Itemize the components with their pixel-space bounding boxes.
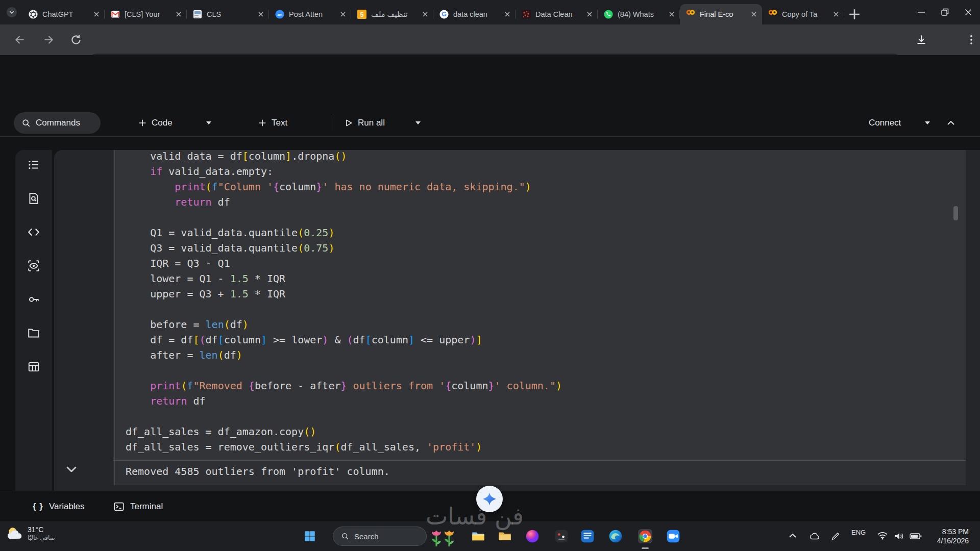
reload-icon[interactable] (69, 33, 83, 46)
wifi-icon[interactable] (877, 532, 888, 541)
file-explorer-taskbar-icon[interactable] (471, 529, 485, 543)
variable-inspector-icon[interactable] (27, 259, 40, 272)
cell-output: Removed 4585 outliers from 'profit' colu… (113, 461, 966, 485)
tab-colab-copy[interactable]: Copy of Ta (762, 4, 844, 24)
code-line: df = df[(df[column] >= lower) & (df[colu… (126, 332, 562, 347)
date: 4/16/2026 (924, 536, 969, 545)
tab-data-clean[interactable]: Data Clean (516, 4, 598, 24)
close-tab-icon[interactable] (175, 10, 183, 18)
tulip-flower-taskbar-icon[interactable] (429, 529, 444, 543)
close-tab-icon[interactable] (92, 10, 101, 18)
svg-text:5: 5 (360, 11, 364, 18)
search-placeholder: Search (354, 532, 379, 541)
run-all-label: Run all (358, 118, 385, 128)
browser-tab-bar: ChatGPT[CLS] YourCLSzmPost Atten5تنظيف م… (0, 0, 980, 24)
recorder-app-taskbar-icon[interactable] (554, 529, 569, 543)
tab-label: data clean (453, 10, 501, 18)
data-table-icon[interactable] (27, 360, 40, 373)
variables-button[interactable]: { } Variables (33, 491, 85, 522)
taskbar-search[interactable]: Search (333, 527, 427, 546)
connect-dropdown[interactable] (925, 109, 930, 137)
close-window-button[interactable] (957, 0, 980, 24)
back-icon[interactable] (13, 33, 27, 46)
files-icon[interactable] (27, 327, 40, 340)
code-line (126, 302, 562, 317)
close-tab-icon[interactable] (339, 10, 347, 18)
tab-label: Post Atten (289, 10, 337, 18)
volume-icon[interactable] (893, 532, 904, 541)
plus-icon (258, 118, 267, 128)
start-button[interactable] (303, 530, 316, 543)
mail-app-taskbar-icon[interactable] (580, 529, 595, 543)
notebook-scrollbar[interactable] (953, 206, 958, 220)
collapse-toolbar-button[interactable] (947, 109, 954, 137)
connect-label: Connect (869, 118, 901, 128)
weather-widget[interactable]: 31°C صافي غالبًا (5, 524, 55, 543)
gemini-spark-button[interactable] (476, 486, 503, 512)
add-code-button[interactable]: Code (138, 109, 173, 137)
notebook-content: valid_data = df[column].dropna() if vali… (0, 137, 980, 491)
tab-zoom-post[interactable]: zmPost Atten (269, 4, 351, 24)
code-cell[interactable]: valid_data = df[column].dropna() if vali… (113, 150, 966, 460)
collapse-output-icon[interactable] (66, 466, 77, 473)
colab-header: Final E-commerce Sales Project FileEditV… (0, 55, 980, 109)
run-all-icon (344, 118, 353, 128)
add-text-button[interactable]: Text (258, 109, 287, 137)
tab-data-cleaning-search[interactable]: Gdata clean (433, 4, 516, 24)
code-snippets-icon[interactable] (27, 226, 40, 239)
tab-cls[interactable]: CLS (187, 4, 269, 24)
battery-icon[interactable] (910, 533, 922, 539)
folder-app-taskbar-icon[interactable] (498, 529, 512, 543)
sitecls-favicon (193, 10, 202, 19)
tab-gmail[interactable]: [CLS] Your (105, 4, 187, 24)
add-code-dropdown[interactable] (206, 109, 211, 137)
media-app-taskbar-icon[interactable] (525, 529, 540, 543)
run-all-dropdown[interactable] (415, 109, 421, 137)
table-of-contents-icon[interactable] (27, 158, 40, 171)
tab-chatgpt[interactable]: ChatGPT (22, 4, 105, 24)
tulip-flower-taskbar-icon[interactable] (442, 529, 456, 543)
search-icon (21, 118, 31, 128)
code-line: print(f"Column '{column}' has no numeric… (126, 179, 562, 194)
minimize-button[interactable] (910, 0, 933, 24)
close-tab-icon[interactable] (750, 10, 758, 18)
new-tab-button[interactable] (847, 7, 862, 21)
tray-overflow-icon[interactable] (789, 534, 796, 538)
add-text-label: Text (272, 118, 287, 128)
code-line: Q3 = valid_data.quantile(0.75) (126, 240, 562, 256)
output-text: Removed 4585 outliers from 'profit' colu… (126, 465, 390, 478)
close-tab-icon[interactable] (421, 10, 429, 18)
edge-browser-taskbar-icon[interactable] (608, 529, 623, 543)
commands-button[interactable]: Commands (14, 112, 101, 134)
code-line (126, 409, 562, 424)
chrome-browser-taskbar-icon[interactable] (638, 529, 652, 543)
find-and-replace-icon[interactable] (27, 192, 40, 205)
browser-menu-icon[interactable] (965, 33, 978, 46)
secrets-icon[interactable] (27, 293, 40, 306)
close-tab-icon[interactable] (585, 10, 594, 18)
zoom-app-taskbar-icon[interactable] (666, 529, 680, 543)
forward-icon[interactable] (42, 33, 55, 46)
plus-icon (138, 118, 147, 128)
tab-label: Data Clean (535, 10, 583, 18)
close-tab-icon[interactable] (668, 10, 676, 18)
downloads-icon[interactable] (915, 33, 928, 46)
onedrive-cloud-icon[interactable] (808, 532, 820, 541)
code-editor[interactable]: valid_data = df[column].dropna() if vali… (126, 150, 562, 455)
connect-button[interactable]: Connect (869, 109, 901, 137)
terminal-button[interactable]: Terminal (113, 491, 163, 522)
pen-icon[interactable] (831, 532, 840, 541)
tab-colab-final[interactable]: Final E-co (680, 4, 762, 24)
run-all-button[interactable]: Run all (344, 109, 385, 137)
clock[interactable]: 8:53 PM 4/16/2026 (924, 527, 969, 545)
tab-whatsapp[interactable]: (84) Whats (598, 4, 680, 24)
close-tab-icon[interactable] (257, 10, 265, 18)
maximize-button[interactable] (933, 0, 957, 24)
close-tab-icon[interactable] (503, 10, 511, 18)
tab-search-icon[interactable] (6, 7, 17, 18)
left-sidebar (15, 150, 52, 491)
language-indicator[interactable]: ENG (851, 529, 866, 536)
tab-tanzif[interactable]: 5تنظيف ملف (351, 4, 433, 24)
time: 8:53 PM (924, 527, 969, 536)
close-tab-icon[interactable] (832, 10, 840, 18)
